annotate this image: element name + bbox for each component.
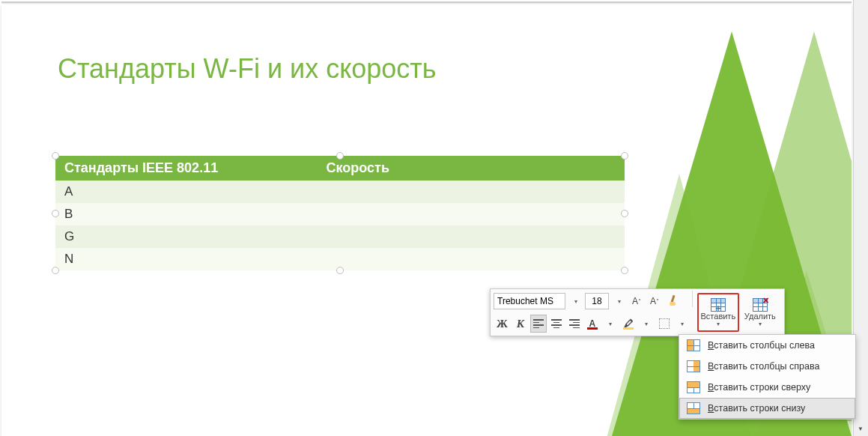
menu-item-label: Вставить столбцы слева: [708, 340, 815, 351]
format-painter-button[interactable]: [664, 292, 682, 310]
borders-dropdown[interactable]: ▾: [674, 315, 691, 333]
align-right-button[interactable]: [566, 315, 583, 333]
brush-icon: [667, 295, 679, 307]
menu-item-insert-2[interactable]: Вставить строки сверху: [679, 377, 855, 398]
table-icon: [687, 339, 700, 351]
highlight-button[interactable]: 🖍: [620, 315, 637, 333]
borders-button[interactable]: [656, 315, 673, 333]
table-insert-icon: ＋: [711, 298, 726, 312]
resize-handle[interactable]: [52, 210, 59, 217]
menu-item-insert-0[interactable]: Вставить столбцы слева: [679, 335, 855, 356]
table-icon: [687, 402, 700, 414]
table-header-0[interactable]: Стандарты IEEE 802.11: [55, 156, 318, 181]
table-row[interactable]: A: [55, 181, 625, 203]
resize-handle[interactable]: [621, 210, 628, 217]
table-object[interactable]: Стандарты IEEE 802.11 Скорость ABGN: [55, 156, 625, 270]
menu-item-label: Вставить столбцы справа: [708, 361, 819, 372]
table-delete-icon: ✕: [753, 298, 768, 312]
table-cell[interactable]: A: [55, 181, 318, 203]
resize-handle[interactable]: [52, 267, 59, 274]
table-row[interactable]: G: [55, 225, 625, 248]
menu-item-label: Вставить строки снизу: [708, 403, 805, 414]
resize-handle[interactable]: [336, 152, 344, 160]
bold-button[interactable]: Ж: [494, 315, 511, 333]
highlight-dropdown[interactable]: ▾: [638, 315, 655, 333]
font-color-button[interactable]: A: [584, 315, 601, 333]
insert-dropdown-menu: Вставить столбцы слеваВставить столбцы с…: [679, 334, 856, 420]
slide-title[interactable]: Стандарты W-Fi и их скорость: [58, 53, 437, 85]
x-icon: ✕: [762, 296, 770, 303]
menu-item-label: Вставить строки сверху: [708, 382, 810, 393]
table-cell[interactable]: [318, 181, 625, 203]
resize-handle[interactable]: [52, 152, 59, 160]
delete-label: Удалить: [744, 312, 776, 321]
table-icon: [687, 360, 700, 372]
font-name-dropdown[interactable]: ▾: [567, 292, 583, 310]
resize-handle[interactable]: [336, 267, 344, 274]
font-color-dropdown[interactable]: ▾: [602, 315, 619, 333]
resize-handle[interactable]: [621, 152, 628, 160]
decrease-font-button[interactable]: A˅: [646, 292, 663, 310]
font-size-input[interactable]: [585, 293, 609, 309]
delete-button[interactable]: ✕ Удалить ▾: [739, 293, 781, 332]
align-center-button[interactable]: [548, 315, 565, 333]
data-table[interactable]: Стандарты IEEE 802.11 Скорость ABGN: [55, 156, 625, 270]
resize-handle[interactable]: [621, 267, 628, 274]
table-cell[interactable]: [318, 225, 625, 248]
align-left-button[interactable]: [530, 315, 547, 333]
mini-toolbar: ▾ ▾ A˄ A˅ Ж К A ▾ 🖍 ▾ ▾: [490, 288, 785, 336]
plus-icon: ＋: [714, 302, 723, 315]
table-header-1[interactable]: Скорость: [318, 156, 625, 181]
font-size-dropdown[interactable]: ▾: [610, 292, 627, 310]
table-cell[interactable]: [318, 203, 625, 225]
slide-top-shadow: [1, 1, 852, 3]
menu-item-insert-3[interactable]: Вставить строки снизу: [679, 398, 855, 419]
table-cell[interactable]: G: [55, 225, 318, 248]
menu-item-insert-1[interactable]: Вставить столбцы справа: [679, 356, 855, 377]
scroll-down-icon[interactable]: ▼: [855, 423, 867, 435]
italic-button[interactable]: К: [512, 315, 529, 333]
table-cell[interactable]: N: [55, 248, 318, 270]
table-icon: [687, 381, 700, 393]
table-cell[interactable]: B: [55, 203, 318, 225]
table-cell[interactable]: [318, 248, 625, 270]
insert-button[interactable]: ＋ Вставить ▾: [697, 293, 739, 332]
table-row[interactable]: B: [55, 203, 625, 225]
increase-font-button[interactable]: A˄: [628, 292, 645, 310]
font-name-input[interactable]: [494, 293, 565, 309]
